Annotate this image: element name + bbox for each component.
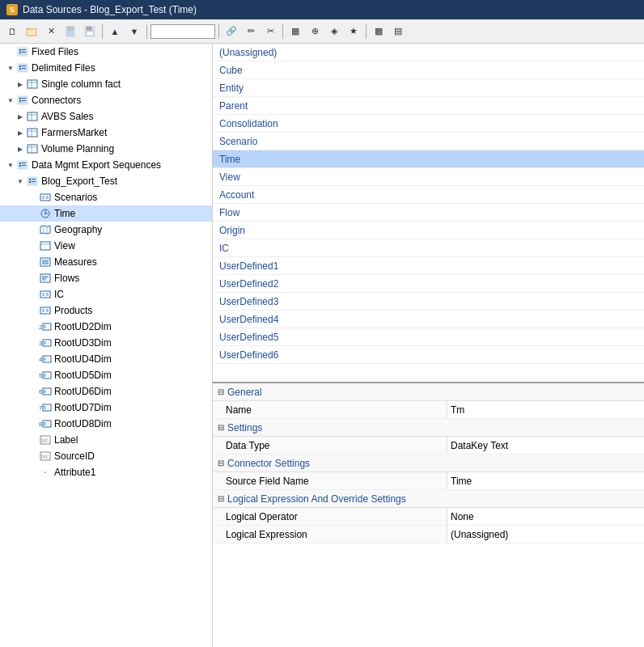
export1-button[interactable]: ⊕: [306, 23, 324, 40]
dim-item[interactable]: Flow: [213, 204, 644, 222]
dim-item[interactable]: View: [213, 168, 644, 186]
tree-item-attribute1[interactable]: ·Attribute1: [0, 464, 212, 480]
tree-item-avbs-sales[interactable]: ▶AVBS Sales: [0, 108, 212, 125]
dim-item[interactable]: Scenario: [213, 133, 644, 150]
expand-arrow-label[interactable]: [29, 436, 37, 444]
expand-arrow-rootud7dim[interactable]: [29, 404, 37, 412]
expand-arrow-rootud8dim[interactable]: [29, 420, 37, 428]
tree-item-connectors[interactable]: ▼Connectors: [0, 92, 212, 108]
prop-section-settings[interactable]: ⊟ Settings: [213, 419, 644, 437]
expand-arrow-blog-export[interactable]: ▼: [16, 177, 24, 185]
tree-item-products[interactable]: Products: [0, 302, 212, 319]
expand-arrow-products[interactable]: [29, 307, 37, 315]
tree-item-rootud8dim[interactable]: 8RootUD8Dim: [0, 416, 212, 432]
dim-item[interactable]: Account: [213, 186, 644, 204]
expand-arrow-time[interactable]: [29, 209, 37, 218]
new-button[interactable]: 🗋: [3, 23, 21, 40]
export2-button[interactable]: ◈: [325, 23, 343, 40]
expand-arrow-ic[interactable]: [29, 290, 37, 298]
close-button[interactable]: ✕: [42, 23, 60, 40]
save-all-button[interactable]: [61, 23, 79, 40]
expand-arrow-data-mgmt[interactable]: ▼: [6, 161, 15, 169]
tree-item-geography[interactable]: Geography: [0, 222, 212, 238]
tree-item-scenarios[interactable]: Scenarios: [0, 189, 212, 205]
prop-value-cell[interactable]: None: [447, 508, 644, 525]
dim-item[interactable]: UserDefined5: [213, 328, 644, 346]
expand-arrow-geography[interactable]: [29, 226, 37, 234]
svg-rect-82: [44, 374, 46, 377]
move-up-button[interactable]: ▲: [106, 23, 124, 40]
dim-item[interactable]: Origin: [213, 222, 644, 239]
tree-item-rootud4dim[interactable]: 4RootUD4Dim: [0, 351, 212, 367]
search-input[interactable]: [150, 24, 215, 39]
table1-button[interactable]: ▩: [370, 23, 388, 40]
cut-button[interactable]: ✂: [261, 23, 279, 40]
dim-item[interactable]: Time: [213, 150, 644, 168]
tree-item-fixed-files[interactable]: Fixed Files: [0, 44, 212, 60]
save-button[interactable]: [81, 23, 99, 40]
tree-item-label[interactable]: txtLabel: [0, 432, 212, 448]
expand-arrow-flows[interactable]: [29, 274, 37, 282]
tree-item-rootud7dim[interactable]: 7RootUD7Dim: [0, 400, 212, 416]
tree-item-single-column[interactable]: ▶Single column fact: [0, 76, 212, 92]
tree-item-view[interactable]: View: [0, 238, 212, 254]
prop-value-cell[interactable]: Time: [447, 472, 644, 489]
expand-arrow-rootud4dim[interactable]: [29, 355, 37, 363]
dim-item[interactable]: IC: [213, 239, 644, 257]
table2-button[interactable]: ▤: [389, 23, 407, 40]
move-down-button[interactable]: ▼: [125, 23, 143, 40]
tree-item-farmers-market[interactable]: ▶FarmersMarket: [0, 125, 212, 141]
tree-item-volume-planning[interactable]: ▶Volume Planning: [0, 141, 212, 157]
dim-item[interactable]: UserDefined6: [213, 346, 644, 364]
tree-item-rootud3dim[interactable]: 3RootUD3Dim: [0, 335, 212, 351]
expand-arrow-fixed-files[interactable]: [6, 48, 15, 56]
dim-item[interactable]: (Unassigned): [213, 44, 644, 61]
tree-item-sourceid[interactable]: txtSourceID: [0, 448, 212, 464]
tree-item-rootud2dim[interactable]: 2RootUD2Dim: [0, 319, 212, 335]
prop-value-cell[interactable]: Tm: [447, 401, 644, 418]
dim-item[interactable]: UserDefined3: [213, 293, 644, 311]
expand-arrow-rootud3dim[interactable]: [29, 339, 37, 347]
connect-button[interactable]: 🔗: [222, 23, 240, 40]
tree-item-ic[interactable]: IC: [0, 286, 212, 302]
tree-item-blog-export[interactable]: ▼Blog_Export_Test: [0, 173, 212, 189]
tree-item-delimited-files[interactable]: ▼Delimited Files: [0, 60, 212, 76]
tree-item-data-mgmt[interactable]: ▼Data Mgmt Export Sequences: [0, 157, 212, 173]
expand-arrow-rootud6dim[interactable]: [29, 387, 37, 395]
expand-arrow-measures[interactable]: [29, 258, 37, 266]
dim-item[interactable]: UserDefined4: [213, 311, 644, 328]
tree-item-rootud5dim[interactable]: 5RootUD5Dim: [0, 367, 212, 383]
expand-arrow-rootud5dim[interactable]: [29, 371, 37, 379]
prop-section-general[interactable]: ⊟ General: [213, 383, 644, 401]
expand-arrow-connectors[interactable]: ▼: [6, 96, 15, 104]
expand-arrow-sourceid[interactable]: [29, 452, 37, 460]
star-button[interactable]: ★: [345, 23, 362, 40]
dim-item[interactable]: UserDefined2: [213, 275, 644, 293]
edit-button[interactable]: ✏: [242, 23, 260, 40]
prop-value-cell[interactable]: (Unassigned): [447, 526, 644, 543]
dim-item[interactable]: Cube: [213, 61, 644, 79]
dim-item[interactable]: Consolidation: [213, 115, 644, 133]
dim-item[interactable]: Entity: [213, 79, 644, 97]
expand-arrow-single-column[interactable]: ▶: [16, 80, 24, 88]
prop-section-logical-expression[interactable]: ⊟ Logical Expression And Override Settin…: [213, 490, 644, 508]
expand-arrow-delimited-files[interactable]: ▼: [6, 64, 15, 72]
expand-arrow-view[interactable]: [29, 242, 37, 250]
expand-arrow-rootud2dim[interactable]: [29, 323, 37, 331]
dim-item[interactable]: Parent: [213, 97, 644, 115]
expand-arrow-avbs-sales[interactable]: ▶: [16, 112, 24, 121]
tree-item-time[interactable]: Time: [0, 205, 212, 222]
grid-button[interactable]: ▦: [286, 23, 304, 40]
prop-section-connector-settings[interactable]: ⊟ Connector Settings: [213, 455, 644, 472]
open-button[interactable]: [23, 23, 40, 40]
expand-arrow-attribute1[interactable]: [29, 468, 37, 476]
expand-arrow-volume-planning[interactable]: ▶: [16, 145, 24, 153]
expand-arrow-scenarios[interactable]: [29, 193, 37, 201]
tree-icon-txt: txt: [39, 433, 52, 446]
tree-item-measures[interactable]: Measures: [0, 254, 212, 270]
tree-item-rootud6dim[interactable]: 6RootUD6Dim: [0, 383, 212, 400]
prop-value-cell[interactable]: DataKey Text: [447, 437, 644, 454]
tree-item-flows[interactable]: Flows: [0, 270, 212, 286]
dim-item[interactable]: UserDefined1: [213, 257, 644, 275]
expand-arrow-farmers-market[interactable]: ▶: [16, 129, 24, 137]
